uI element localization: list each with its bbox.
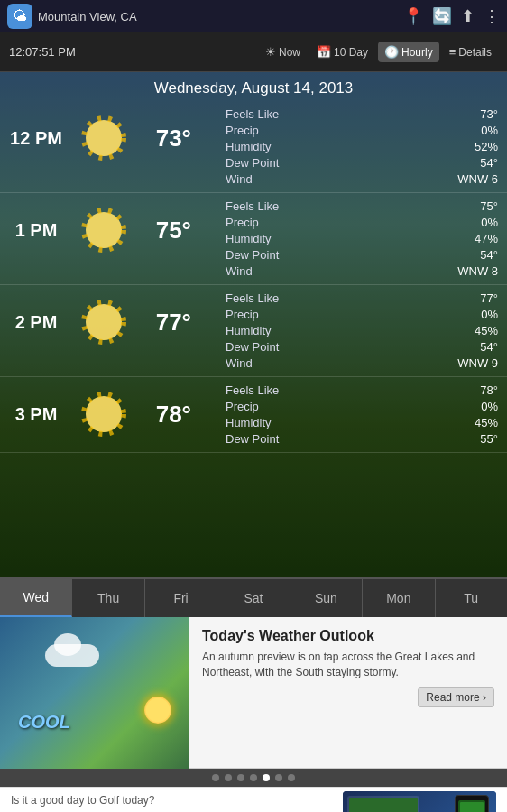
sun-rays-12pm [73, 107, 134, 169]
dot-5[interactable] [275, 774, 282, 781]
tenday-button[interactable]: 📅 10 Day [310, 42, 374, 62]
sun-icon-2pm [72, 291, 135, 354]
feels-like-value-0: 73° [457, 106, 498, 122]
weather-outlook: COOL Today's Weather Outlook An autumn p… [0, 617, 507, 769]
row-left-1pm: 1 PM 75° [0, 198, 226, 262]
weather-row-3pm: 3 PM 78° Feels Like 78° Precip 0% Humidi… [0, 377, 507, 453]
tab-sat[interactable]: Sat [217, 579, 290, 617]
sun-icon-12pm [72, 106, 135, 170]
dot-0[interactable] [212, 774, 219, 781]
sun-icon-1pm [72, 198, 135, 262]
refresh-icon[interactable]: 🔄 [432, 6, 452, 26]
tab-mon[interactable]: Mon [363, 579, 435, 617]
wind-label-2: Wind [226, 355, 457, 371]
dot-1[interactable] [225, 774, 232, 781]
wind-value-0: WNW 6 [457, 171, 498, 187]
share-icon[interactable]: ⬆ [461, 6, 475, 26]
precip-value-1: 0% [457, 215, 498, 230]
tab-fri[interactable]: Fri [145, 579, 217, 617]
weather-row-12pm: 12 PM 73° Feels Like 73° Precip 0% Humid… [0, 101, 507, 193]
day-tabs: Wed Thu Fri Sat Sun Mon Tu [0, 577, 507, 617]
dot-3[interactable] [250, 774, 257, 781]
humidity-value-3: 45% [475, 415, 498, 430]
precip-value-3: 0% [475, 399, 498, 414]
weather-content: Wednesday, August 14, 2013 12 PM 73° Fee… [0, 72, 507, 577]
wind-value-2: WNW 9 [457, 355, 498, 371]
time-1pm: 1 PM [0, 220, 72, 241]
outlook-text: Today's Weather Outlook An autumn previe… [189, 617, 507, 768]
precip-label-1: Precip [226, 215, 457, 230]
calendar-icon: 📅 [317, 45, 331, 59]
dewpoint-value-3: 55° [475, 431, 498, 447]
list-icon: ≡ [449, 45, 456, 59]
tab-tu[interactable]: Tu [436, 579, 507, 617]
wind-value-1: WNW 8 [457, 263, 498, 279]
dewpoint-label-3: Dew Point [226, 431, 475, 447]
dewpoint-value-0: 54° [457, 155, 498, 171]
outlook-body: An autumn preview is on tap across the G… [202, 650, 494, 680]
precip-label-0: Precip [226, 123, 457, 138]
app-icon: 🌤 [7, 4, 32, 29]
location-icon[interactable]: 📍 [403, 6, 423, 26]
read-more-button[interactable]: Read more › [418, 687, 494, 707]
precip-label-2: Precip [226, 307, 457, 322]
details-3pm: Feels Like 78° Precip 0% Humidity 45% De… [226, 383, 498, 447]
row-left-12pm: 12 PM 73° [0, 106, 226, 170]
humidity-value-0: 52% [457, 139, 498, 154]
wind-label-0: Wind [226, 171, 457, 187]
dot-4[interactable] [263, 774, 270, 781]
date-header: Wednesday, August 14, 2013 [0, 72, 507, 101]
feels-like-label-1: Feels Like [226, 198, 457, 214]
weather-row-1pm: 1 PM 75° Feels Like 75° Precip 0% Humidi… [0, 193, 507, 285]
top-nav: 12:07:51 PM ☀ Now 📅 10 Day 🕐 Hourly ≡ De… [0, 32, 507, 72]
humidity-value-1: 47% [457, 231, 498, 246]
details-button[interactable]: ≡ Details [443, 42, 498, 62]
humidity-label-3: Humidity [226, 415, 475, 430]
sun-icon-3pm [72, 383, 135, 446]
feels-like-label-0: Feels Like [226, 106, 457, 122]
wind-label-1: Wind [226, 263, 457, 279]
humidity-value-2: 45% [457, 323, 498, 338]
dots-row [0, 769, 507, 787]
details-12pm: Feels Like 73° Precip 0% Humidity 52% De… [226, 106, 498, 187]
more-icon[interactable]: ⋮ [484, 6, 500, 26]
cloud-icon [45, 644, 99, 667]
dot-2[interactable] [237, 774, 244, 781]
dewpoint-value-1: 54° [457, 247, 498, 263]
dot-6[interactable] [288, 774, 295, 781]
details-label: Details [458, 46, 492, 59]
feels-like-value-3: 78° [475, 383, 498, 398]
now-button[interactable]: ☀ Now [259, 42, 307, 62]
tab-thu[interactable]: Thu [72, 579, 144, 617]
sun-rays-2pm [73, 291, 134, 353]
feels-like-label-3: Feels Like [226, 383, 475, 398]
nav-buttons: ☀ Now 📅 10 Day 🕐 Hourly ≡ Details [259, 42, 498, 62]
details-1pm: Feels Like 75° Precip 0% Humidity 47% De… [226, 198, 498, 279]
golf-banner[interactable]: Is it a good day to Golf today? Find out… [0, 787, 507, 812]
sun-small-icon: ☀ [265, 45, 276, 59]
sun-rays-1pm [73, 199, 134, 261]
time-12pm: 12 PM [0, 128, 72, 149]
temp-12pm: 73° [135, 125, 198, 152]
temp-3pm: 78° [135, 401, 198, 429]
temp-1pm: 75° [135, 217, 198, 245]
precip-value-2: 0% [457, 307, 498, 322]
golf-image [343, 791, 496, 813]
precip-label-3: Precip [226, 399, 475, 414]
location-text: Mountain View, CA [38, 10, 137, 23]
golf-text: Is it a good day to Golf today? Find out… [11, 794, 343, 812]
status-bar: 🌤 Mountain View, CA 📍 🔄 ⬆ ⋮ [0, 0, 507, 32]
map-sun-icon [144, 697, 171, 724]
clock-icon: 🕐 [384, 45, 399, 59]
outlook-map: COOL [0, 617, 189, 769]
tab-wed[interactable]: Wed [0, 579, 72, 617]
outlook-title: Today's Weather Outlook [202, 628, 494, 644]
tab-sun[interactable]: Sun [290, 579, 363, 617]
golf-question: Is it a good day to Golf today? [11, 794, 343, 807]
dewpoint-label-1: Dew Point [226, 247, 457, 263]
current-time: 12:07:51 PM [9, 45, 76, 59]
humidity-label-1: Humidity [226, 231, 457, 246]
row-left-2pm: 2 PM 77° [0, 291, 226, 354]
hourly-button[interactable]: 🕐 Hourly [378, 42, 439, 62]
sun-rays-3pm [73, 383, 134, 445]
